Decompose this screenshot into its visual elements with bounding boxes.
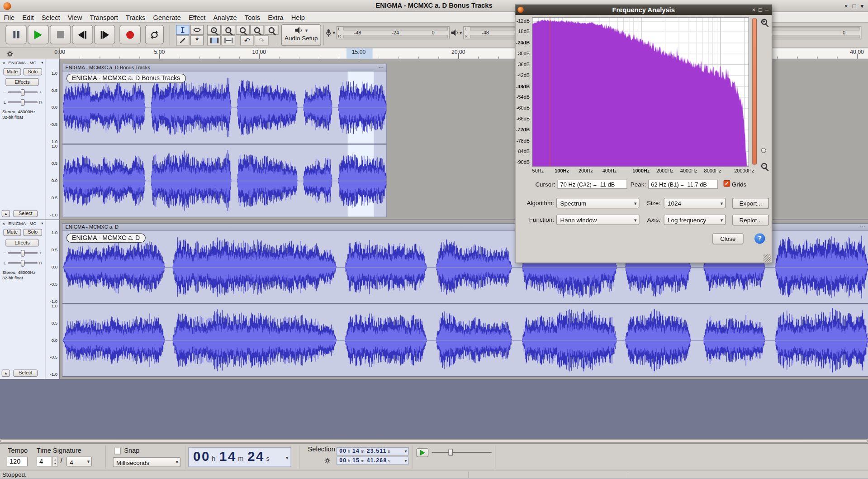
window-close-icon[interactable]: × (844, 3, 848, 9)
horizontal-scrollbar[interactable] (0, 439, 868, 443)
timesig-denominator-select[interactable]: 4▾ (66, 456, 92, 466)
menu-help[interactable]: Help (287, 13, 308, 23)
undo-button[interactable]: ↶ (240, 35, 254, 45)
audio-setup-button[interactable]: ▾ Audio Setup (281, 24, 321, 46)
effects-button[interactable]: Effects (5, 239, 38, 246)
scrollbar-thumb[interactable] (0, 440, 868, 443)
loop-button[interactable] (145, 25, 164, 44)
gain-slider-thumb[interactable] (21, 249, 25, 256)
clip-menu-icon[interactable]: ⋯ (860, 225, 865, 230)
cursor-value-field[interactable]: 70 Hz (C#2) = -11 dB (557, 180, 627, 189)
amplitude-ruler[interactable]: 1.00.50.0-0.5-1.0 1.00.50.0-0.5-1.0 (45, 59, 60, 220)
fit-project-button[interactable] (250, 25, 264, 35)
menu-extra[interactable]: Extra (264, 13, 287, 23)
spectrum-zoom-in-button[interactable]: + (759, 17, 769, 26)
skip-to-end-button[interactable] (94, 25, 115, 44)
replot-button[interactable]: Replot... (732, 215, 769, 225)
clip-header[interactable]: ENIGMA - MCMXC a. D Bonus Tracks ⋯ (62, 64, 386, 72)
close-button[interactable]: Close (712, 233, 744, 244)
dialog-minimize-icon[interactable]: – (765, 7, 768, 13)
timeline-options-button[interactable] (0, 48, 60, 58)
mute-button[interactable]: Mute (3, 229, 21, 236)
effects-button[interactable]: Effects (5, 78, 38, 86)
menu-generate[interactable]: Generate (149, 13, 185, 23)
waveform-canvas[interactable] (62, 72, 386, 217)
dialog-titlebar[interactable]: Frequency Analysis × □ – (515, 5, 772, 15)
selection-start-field[interactable]: 00h 14m 23.511s ▾ (337, 447, 408, 455)
zoom-in-button[interactable]: + (207, 25, 221, 35)
draw-tool-button[interactable] (176, 35, 189, 45)
track-name[interactable]: ENIGMA - MC (8, 60, 37, 65)
window-maximize-icon[interactable]: □ (852, 3, 856, 9)
play-speed-slider[interactable] (432, 448, 492, 457)
menu-transport[interactable]: Transport (86, 13, 122, 23)
gain-slider[interactable]: −+ (3, 88, 43, 96)
caret-down-icon[interactable]: ▾ (405, 459, 407, 463)
menu-view[interactable]: View (64, 13, 86, 23)
axis-select[interactable]: Log frequency▾ (664, 215, 726, 225)
track-close-icon[interactable]: × (2, 221, 5, 226)
function-select[interactable]: Hann window▾ (556, 215, 640, 225)
solo-button[interactable]: Solo (23, 68, 42, 76)
play-button[interactable] (28, 25, 49, 44)
audio-clip[interactable]: ENIGMA - MCMXC a. D Bonus Tracks ⋯ (62, 64, 387, 217)
caret-down-icon[interactable]: ▾ (286, 455, 289, 460)
pan-slider-thumb[interactable] (21, 259, 25, 266)
play-at-speed-button[interactable] (416, 448, 428, 457)
menu-tracks[interactable]: Tracks (122, 13, 149, 23)
spin-up-icon[interactable]: ▴ (52, 458, 57, 462)
window-shade-icon[interactable]: ▾ (860, 3, 863, 9)
record-meter[interactable]: ▾ L R -48-240 (326, 26, 450, 39)
pan-slider[interactable]: LR (3, 98, 43, 106)
fit-selection-button[interactable] (236, 25, 250, 35)
dialog-resize-grip[interactable] (764, 254, 771, 262)
menu-tools[interactable]: Tools (241, 13, 264, 23)
pan-slider-thumb[interactable] (21, 99, 25, 105)
selection-tool-button[interactable] (176, 25, 189, 35)
select-track-button[interactable]: Select (13, 210, 38, 217)
pan-slider[interactable]: LR (3, 259, 43, 267)
gain-slider[interactable]: −+ (3, 249, 43, 257)
redo-button[interactable]: ↷ (255, 35, 269, 45)
dialog-close-icon[interactable]: × (752, 7, 755, 13)
caret-down-icon[interactable]: ▾ (405, 450, 407, 454)
menu-select[interactable]: Select (38, 13, 64, 23)
audio-position-display[interactable]: 00h 14m 24s ▾ (188, 447, 291, 467)
timesig-spinner[interactable]: ▴▾ (52, 456, 58, 466)
export-button[interactable]: Export... (732, 198, 769, 209)
track-menu-caret-icon[interactable]: ▾ (41, 60, 43, 65)
envelope-tool-button[interactable] (190, 25, 204, 35)
select-track-button[interactable]: Select (13, 369, 38, 377)
spectrum-zoom-out-button[interactable]: − (759, 161, 769, 170)
zoom-out-button[interactable]: − (222, 25, 236, 35)
menu-edit[interactable]: Edit (19, 13, 38, 23)
spectrum-plot[interactable] (532, 17, 749, 167)
slider-thumb[interactable] (449, 449, 453, 456)
timesig-numerator-input[interactable]: 4 (37, 456, 52, 466)
grids-checkbox[interactable]: ✓ (724, 180, 730, 187)
tempo-input[interactable]: 120 (7, 456, 28, 466)
stop-button[interactable] (50, 25, 71, 44)
multi-tool-button[interactable]: * (190, 35, 204, 45)
trim-audio-button[interactable] (207, 35, 221, 45)
frequency-analysis-dialog[interactable]: Frequency Analysis × □ – -12dB-18dB-24dB… (515, 5, 772, 263)
record-meter-body[interactable]: L R -48-240 (337, 26, 450, 39)
peak-value-field[interactable]: 62 Hz (B1) = -11.7 dB (648, 180, 718, 189)
selection-settings-gear-icon[interactable] (324, 458, 330, 464)
track-close-icon[interactable]: × (2, 60, 5, 66)
spectrum-level-bar[interactable] (752, 18, 757, 164)
help-button[interactable]: ? (754, 233, 765, 244)
silence-audio-button[interactable] (222, 35, 236, 45)
clip-menu-icon[interactable]: ⋯ (378, 65, 384, 70)
record-button[interactable] (119, 25, 141, 44)
dialog-maximize-icon[interactable]: □ (759, 7, 762, 13)
spin-down-icon[interactable]: ▾ (52, 461, 57, 465)
size-select[interactable]: 1024▾ (664, 198, 726, 208)
menu-analyze[interactable]: Analyze (209, 13, 241, 23)
collapse-track-button[interactable]: ▴ (2, 369, 10, 377)
selection-end-field[interactable]: 00h 15m 41.268s ▾ (337, 456, 408, 465)
track-name[interactable]: ENIGMA - MC (8, 221, 37, 226)
menu-effect[interactable]: Effect (185, 13, 209, 23)
amplitude-ruler[interactable]: 1.00.50.0-0.5-1.0 1.00.50.0-0.5-1.0 (45, 220, 60, 379)
track-menu-caret-icon[interactable]: ▾ (41, 221, 43, 225)
